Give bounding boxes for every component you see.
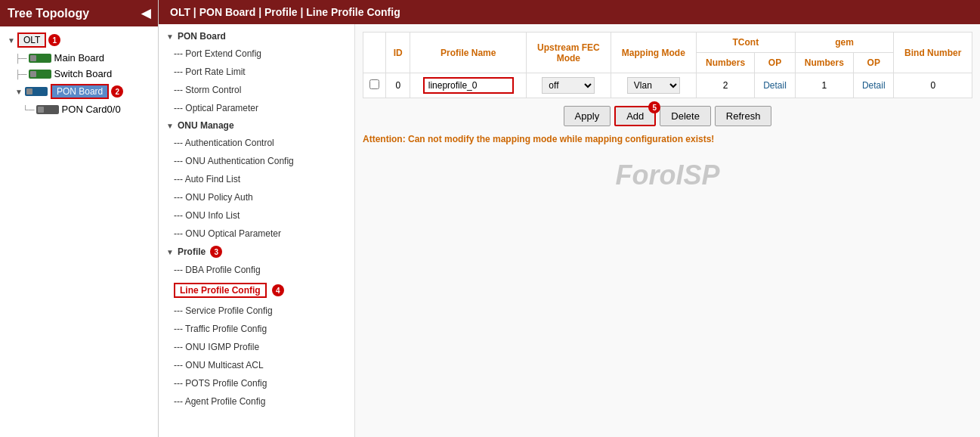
- main-board-icon: [29, 54, 51, 63]
- nav-auth-control[interactable]: --- Authentication Control: [159, 134, 354, 152]
- table-header-row-1: ID Profile Name Upstream FECMode Mapping…: [363, 33, 972, 53]
- nav-traffic-profile[interactable]: --- Traffic Profile Config: [159, 320, 354, 338]
- main-panel: OLT | PON Board | Profile | Line Profile…: [159, 0, 980, 437]
- onu-section-label: ONU Manage: [178, 120, 234, 131]
- th-tcont: TCont: [696, 33, 795, 53]
- delete-button[interactable]: Delete: [660, 106, 711, 126]
- pon-section-label: PON Board: [178, 31, 226, 42]
- sidebar-title: Tree Topology: [8, 7, 89, 20]
- nav-section-onu-manage[interactable]: ▼ ONU Manage: [159, 117, 354, 134]
- add-button[interactable]: Add 5: [614, 106, 656, 126]
- nav-onu-info[interactable]: --- ONU Info List: [159, 206, 354, 225]
- pon-board-icon: [25, 87, 48, 96]
- row-tcont-op: Detail: [755, 73, 795, 98]
- tree-node-switch-board[interactable]: ├─ Switch Board: [0, 66, 158, 82]
- tree-section: ▼ OLT 1 ├─ Main Board ├─ Switch Board ▼ …: [0, 26, 158, 437]
- row-id: 0: [386, 73, 410, 98]
- nav-igmp-profile[interactable]: --- ONU IGMP Profile: [159, 338, 354, 356]
- upstream-fec-select[interactable]: off on: [542, 77, 595, 94]
- connector-switch: ├─: [15, 70, 27, 79]
- onu-section-expand: ▼: [166, 122, 174, 130]
- tree-node-olt[interactable]: ▼ OLT 1: [0, 30, 158, 50]
- profile-section-label: Profile: [178, 246, 206, 257]
- line-profile-label[interactable]: Line Profile Config: [174, 283, 267, 298]
- pon-badge: 2: [111, 85, 123, 98]
- content-area: ▼ PON Board --- Port Extend Config --- P…: [159, 24, 980, 437]
- tree-node-pon-board[interactable]: ▼ PON Board 2: [0, 82, 158, 101]
- row-mapping-mode: Vlan GEM: [611, 73, 696, 98]
- apply-button[interactable]: Apply: [564, 106, 611, 126]
- th-bind-number: Bind Number: [894, 33, 972, 73]
- row-upstream-fec: off on: [527, 73, 611, 98]
- mapping-mode-select[interactable]: Vlan GEM: [627, 77, 680, 94]
- nav-auto-find[interactable]: --- Auto Find List: [159, 170, 354, 188]
- olt-expand-icon[interactable]: ▼: [8, 36, 15, 45]
- action-buttons: Apply Add 5 Delete Refresh: [363, 106, 972, 126]
- profile-section-badge: 3: [210, 246, 222, 258]
- nav-line-profile[interactable]: Line Profile Config 4: [159, 279, 354, 302]
- nav-dba-profile[interactable]: --- DBA Profile Config: [159, 261, 354, 279]
- sidebar-header: Tree Topology ◀: [0, 0, 158, 26]
- profile-name-input[interactable]: [423, 77, 514, 94]
- row-checkbox[interactable]: [369, 79, 379, 89]
- pon-expand-icon[interactable]: ▼: [15, 88, 23, 96]
- gem-detail-link[interactable]: Detail: [862, 80, 886, 91]
- pon-board-label[interactable]: PON Board: [51, 84, 109, 99]
- watermark: ForoISP: [363, 160, 972, 191]
- nav-multicast-acl[interactable]: --- ONU Multicast ACL: [159, 356, 354, 374]
- switch-board-label: Switch Board: [54, 68, 113, 79]
- tcont-detail-link[interactable]: Detail: [763, 80, 787, 91]
- add-button-badge: 5: [648, 101, 660, 113]
- th-gem-op: OP: [854, 53, 894, 73]
- nav-port-rate[interactable]: --- Port Rate Limit: [159, 63, 354, 81]
- row-gem-op: Detail: [854, 73, 894, 98]
- th-id: ID: [386, 33, 410, 73]
- tree-node-pon-card[interactable]: └─ PON Card0/0: [0, 101, 158, 117]
- nav-section-profile[interactable]: ▼ Profile 3: [159, 243, 354, 261]
- switch-board-icon: [29, 70, 51, 79]
- nav-service-profile[interactable]: --- Service Profile Config: [159, 302, 354, 320]
- th-profile-name: Profile Name: [410, 33, 527, 73]
- main-board-label: Main Board: [54, 52, 104, 64]
- th-gem-numbers: Numbers: [795, 53, 853, 73]
- profile-table: ID Profile Name Upstream FECMode Mapping…: [363, 32, 972, 98]
- th-tcont-numbers: Numbers: [696, 53, 754, 73]
- refresh-button[interactable]: Refresh: [715, 106, 772, 126]
- line-profile-badge: 4: [272, 284, 284, 296]
- top-bar: OLT | PON Board | Profile | Line Profile…: [159, 0, 980, 24]
- connector-pon-card: └─: [23, 105, 35, 114]
- connector-main: ├─: [15, 54, 27, 63]
- pon-section-expand: ▼: [166, 33, 174, 41]
- breadcrumb: OLT | PON Board | Profile | Line Profile…: [170, 6, 400, 18]
- nav-pots-profile[interactable]: --- POTS Profile Config: [159, 374, 354, 392]
- nav-section-pon-board[interactable]: ▼ PON Board: [159, 28, 354, 45]
- nav-agent-profile[interactable]: --- Agent Profile Config: [159, 392, 354, 411]
- add-label: Add: [626, 110, 644, 122]
- sidebar-arrow[interactable]: ◀: [141, 6, 150, 20]
- sidebar: Tree Topology ◀ ▼ OLT 1 ├─ Main Board ├─…: [0, 0, 159, 437]
- olt-label[interactable]: OLT: [17, 33, 46, 48]
- th-tcont-op: OP: [755, 53, 795, 73]
- row-profile-name: [410, 73, 527, 98]
- row-bind-number: 0: [894, 73, 972, 98]
- nav-storm-control[interactable]: --- Storm Control: [159, 81, 354, 99]
- nav-onu-policy[interactable]: --- ONU Policy Auth: [159, 188, 354, 206]
- row-gem-numbers: 1: [795, 73, 853, 98]
- profile-section-expand: ▼: [166, 248, 174, 256]
- nav-onu-auth-config[interactable]: --- ONU Authentication Config: [159, 152, 354, 170]
- data-panel: ID Profile Name Upstream FECMode Mapping…: [355, 24, 980, 437]
- nav-onu-optical[interactable]: --- ONU Optical Parameter: [159, 225, 354, 243]
- pon-card-label: PON Card0/0: [62, 104, 121, 115]
- olt-badge: 1: [48, 34, 60, 46]
- attention-text: Can not modify the mapping mode while ma…: [408, 134, 714, 144]
- th-upstream-fec: Upstream FECMode: [527, 33, 611, 73]
- th-mapping-mode: Mapping Mode: [611, 33, 696, 73]
- table-row: 0 off on: [363, 73, 972, 98]
- nav-port-extend[interactable]: --- Port Extend Config: [159, 45, 354, 63]
- nav-panel: ▼ PON Board --- Port Extend Config --- P…: [159, 24, 355, 437]
- row-checkbox-cell: [363, 73, 386, 98]
- tree-node-main-board[interactable]: ├─ Main Board: [0, 50, 158, 66]
- nav-optical-param[interactable]: --- Optical Parameter: [159, 99, 354, 117]
- app-container: Tree Topology ◀ ▼ OLT 1 ├─ Main Board ├─…: [0, 0, 980, 437]
- th-gem: gem: [795, 33, 894, 53]
